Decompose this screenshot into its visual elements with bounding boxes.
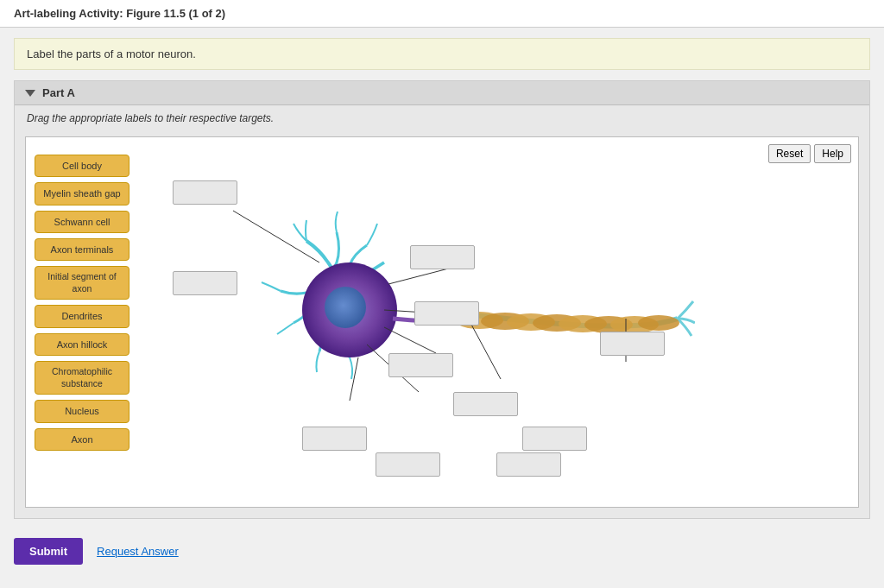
drop-box-8[interactable] [302,427,367,451]
drop-box-1[interactable] [173,180,237,205]
svg-point-7 [638,315,679,331]
page-title: Art-labeling Activity: Figure 11.5 (1 of… [14,7,225,20]
drop-box-4[interactable] [414,301,479,326]
label-schwann-cell[interactable]: Schwann cell [35,211,129,233]
label-myelin-sheath-gap[interactable]: Myelin sheath gap [35,182,129,205]
label-dendrites[interactable]: Dendrites [35,305,129,327]
svg-line-13 [384,327,436,353]
part-label: Part A [42,86,75,99]
drop-box-2[interactable] [173,271,237,295]
instruction-bar: Label the parts of a motor neuron. [14,38,870,70]
instruction-text: Label the parts of a motor neuron. [27,47,196,60]
drop-box-10[interactable] [600,332,665,356]
toolbar: Reset Help [768,144,851,163]
activity-container: Reset Help Cell body Myelin sheath gap S… [25,136,859,508]
labels-panel: Cell body Myelin sheath gap Schwann cell… [35,155,129,451]
part-header: Part A [15,81,869,105]
label-chromatophilic-substance[interactable]: Chromatophilic substance [35,361,129,395]
part-section: Part A Drag the appropriate labels to th… [14,80,870,519]
label-axon-hillock[interactable]: Axon hillock [35,333,129,356]
drop-box-7[interactable] [376,452,440,477]
svg-line-16 [470,323,501,379]
drop-box-11[interactable] [496,452,561,477]
label-initial-segment-of-axon[interactable]: Initial segment of axon [35,266,129,300]
page-header: Art-labeling Activity: Figure 11.5 (1 of… [0,0,884,28]
submit-area: Submit Request Answer [0,529,884,573]
label-cell-body[interactable]: Cell body [35,155,129,177]
label-axon-terminals[interactable]: Axon terminals [35,238,129,261]
drop-box-6[interactable] [453,392,518,416]
submit-button[interactable]: Submit [14,538,83,565]
label-axon[interactable]: Axon [35,428,129,451]
request-answer-button[interactable]: Request Answer [97,545,179,558]
drop-box-5[interactable] [388,353,453,377]
drop-box-3[interactable] [410,245,475,269]
drop-box-9[interactable] [522,427,587,451]
label-nucleus[interactable]: Nucleus [35,400,129,422]
drag-instruction: Drag the appropriate labels to their res… [15,105,869,131]
help-button[interactable]: Help [814,144,851,163]
reset-button[interactable]: Reset [768,144,811,163]
neuron-area [160,137,858,507]
svg-point-9 [325,287,366,328]
collapse-icon[interactable] [25,90,35,97]
